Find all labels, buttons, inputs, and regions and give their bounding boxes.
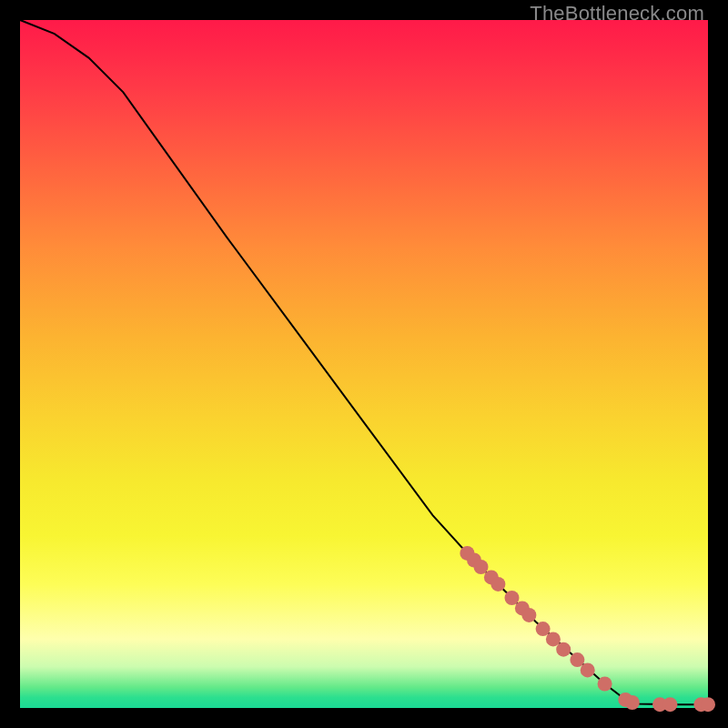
data-point [505, 591, 520, 605]
data-point [490, 577, 505, 592]
data-point [570, 652, 584, 667]
data-point [701, 697, 715, 712]
data-point [474, 560, 489, 574]
data-point [625, 695, 640, 710]
chart-frame: TheBottleneck.com [0, 0, 728, 728]
bottleneck-curve [20, 20, 708, 704]
plot-area [20, 20, 708, 708]
data-point [556, 642, 571, 657]
data-point [581, 662, 595, 677]
data-point [536, 622, 551, 636]
data-point [662, 697, 677, 712]
data-point [598, 677, 612, 692]
data-points [460, 546, 715, 712]
data-point [521, 608, 536, 622]
data-point [546, 632, 561, 646]
chart-svg [20, 20, 708, 708]
